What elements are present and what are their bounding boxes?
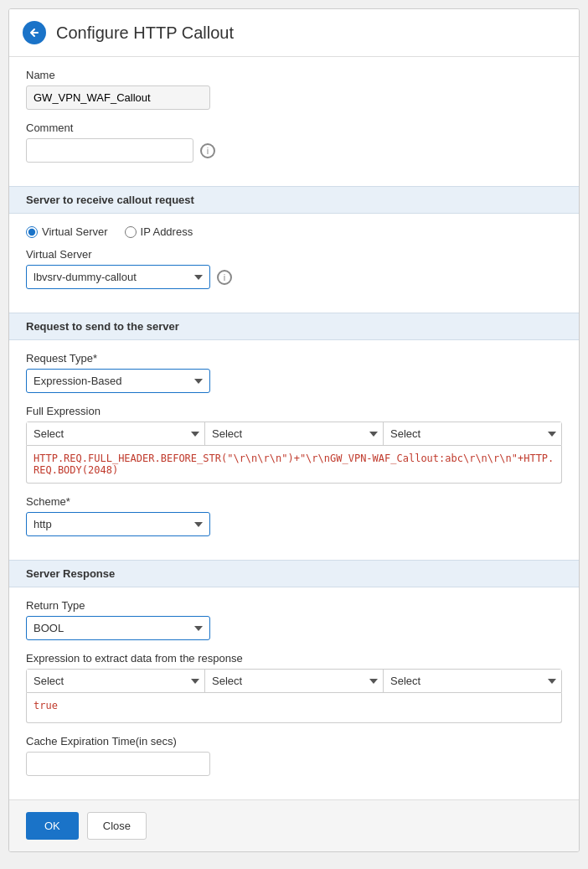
server-type-radio-group: Virtual Server IP Address xyxy=(26,225,562,238)
server-section-header: Server to receive callout request xyxy=(9,186,579,214)
comment-info-icon[interactable]: i xyxy=(200,143,215,158)
virtual-server-group: Virtual Server lbvsrv-dummy-callout i xyxy=(26,248,562,289)
full-expression-text: HTTP.REQ.FULL_HEADER.BEFORE_STR("\r\n\r\… xyxy=(26,446,562,484)
comment-label: Comment xyxy=(26,122,562,134)
close-button[interactable]: Close xyxy=(87,812,147,840)
virtual-server-radio[interactable] xyxy=(26,226,38,238)
extract-expression-container: Select Select Select true xyxy=(26,669,562,723)
name-input[interactable] xyxy=(26,85,210,110)
back-icon xyxy=(29,28,39,38)
virtual-server-info-icon[interactable]: i xyxy=(217,270,232,285)
request-type-label: Request Type* xyxy=(26,352,562,365)
modal-footer: OK Close xyxy=(9,799,579,851)
page-title: Configure HTTP Callout xyxy=(56,23,234,43)
comment-input[interactable] xyxy=(26,138,193,163)
name-section: Name Comment i xyxy=(9,57,579,186)
server-response-section-header: Server Response xyxy=(9,560,579,587)
name-label: Name xyxy=(26,69,562,81)
full-expr-select-2[interactable]: Select xyxy=(205,422,384,445)
ip-address-radio-label[interactable]: IP Address xyxy=(125,225,193,238)
extract-expr-select-3[interactable]: Select xyxy=(384,670,561,692)
return-type-select[interactable]: BOOL NUM TEXT xyxy=(26,616,210,640)
ip-address-radio[interactable] xyxy=(125,226,137,238)
full-expression-container: Select Select Select HTTP.REQ.FULL_HEADE… xyxy=(26,422,562,484)
request-section-header: Request to send to the server xyxy=(9,313,579,340)
comment-input-row: i xyxy=(26,138,562,163)
ip-address-radio-text: IP Address xyxy=(141,225,193,238)
cache-expiration-label: Cache Expiration Time(in secs) xyxy=(26,735,562,747)
cache-expiration-input[interactable] xyxy=(26,752,210,776)
virtual-server-label: Virtual Server xyxy=(26,248,562,261)
extract-expression-dropdowns: Select Select Select xyxy=(26,669,562,693)
modal-body: Name Comment i Server to receive callout… xyxy=(9,57,579,851)
full-expr-select-3[interactable]: Select xyxy=(384,422,561,445)
extract-expression-group: Expression to extract data from the resp… xyxy=(26,652,562,723)
scheme-group: Scheme* http https xyxy=(26,495,562,536)
modal-header: Configure HTTP Callout xyxy=(9,9,579,57)
comment-group: Comment i xyxy=(26,122,562,163)
extract-expression-label: Expression to extract data from the resp… xyxy=(26,652,562,665)
back-button[interactable] xyxy=(23,21,46,44)
ok-button[interactable]: OK xyxy=(26,812,79,840)
full-expr-select-1[interactable]: Select xyxy=(27,422,205,445)
request-type-select[interactable]: Expression-Based Text xyxy=(26,369,210,393)
extract-expr-select-2[interactable]: Select xyxy=(205,670,384,692)
full-expression-group: Full Expression Select Select Select HT xyxy=(26,405,562,484)
virtual-server-select[interactable]: lbvsrv-dummy-callout xyxy=(26,265,210,289)
virtual-server-select-row: lbvsrv-dummy-callout i xyxy=(26,265,562,289)
virtual-server-radio-text: Virtual Server xyxy=(42,225,108,238)
name-group: Name xyxy=(26,69,562,110)
server-response-section: Return Type BOOL NUM TEXT Expression to … xyxy=(9,587,579,799)
configure-http-callout-modal: Configure HTTP Callout Name Comment i Se… xyxy=(8,8,580,852)
request-section: Request Type* Expression-Based Text Full… xyxy=(9,340,579,560)
extract-expression-text: true xyxy=(26,693,562,723)
full-expression-label: Full Expression xyxy=(26,405,562,417)
virtual-server-radio-label[interactable]: Virtual Server xyxy=(26,225,108,238)
request-type-group: Request Type* Expression-Based Text xyxy=(26,352,562,393)
return-type-group: Return Type BOOL NUM TEXT xyxy=(26,599,562,640)
extract-expr-select-1[interactable]: Select xyxy=(27,670,205,692)
scheme-select[interactable]: http https xyxy=(26,512,210,536)
server-section: Virtual Server IP Address Virtual Server… xyxy=(9,214,579,313)
scheme-label: Scheme* xyxy=(26,495,562,508)
full-expression-dropdowns: Select Select Select xyxy=(26,422,562,446)
cache-expiration-group: Cache Expiration Time(in secs) xyxy=(26,735,562,776)
return-type-label: Return Type xyxy=(26,599,562,612)
